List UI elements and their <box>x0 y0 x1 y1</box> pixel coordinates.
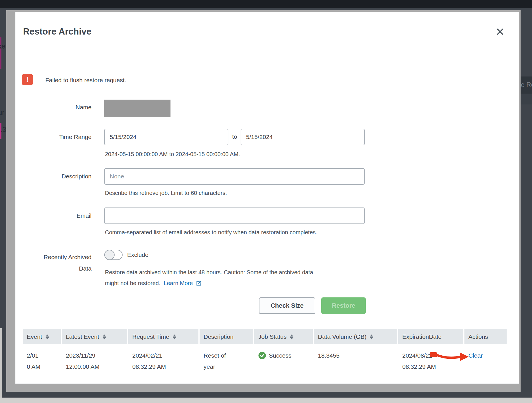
restore-button-disabled[interactable]: Restore <box>321 297 366 314</box>
column-header-expiration-date: ExpirationDate <box>398 329 463 344</box>
name-value-redacted <box>104 100 170 117</box>
description-label: Description <box>15 173 92 180</box>
column-header-event[interactable]: Event <box>23 329 61 344</box>
time-range-from-value: 5/15/2024 <box>110 134 136 140</box>
top-nav-bar <box>0 0 532 8</box>
recently-archived-label-line1: Recently Archived <box>15 251 92 263</box>
email-helper: Comma-separated list of email addresses … <box>105 227 317 238</box>
sort-icon[interactable] <box>46 335 49 339</box>
recently-archived-helper-line1: Restore data archived within the last 48… <box>105 267 313 278</box>
toggle-knob <box>104 250 115 260</box>
header-divider <box>15 53 519 53</box>
sort-icon[interactable] <box>370 335 373 339</box>
background-text-fragment: ur <box>0 108 4 116</box>
column-header-request-time[interactable]: Request Time <box>128 329 198 344</box>
name-label: Name <box>15 104 92 111</box>
screen: xe ur .3 e Re Restore Archive ! Failed t… <box>0 0 532 403</box>
background-text-fragment: xe <box>0 42 5 50</box>
toggle-state-label: Exclude <box>127 251 149 258</box>
email-input[interactable] <box>104 207 365 224</box>
column-header-data-volume[interactable]: Data Volume (GB) <box>314 329 397 344</box>
learn-more-link[interactable]: Learn More <box>164 280 193 286</box>
column-header-job-status[interactable]: Job Status <box>254 329 313 344</box>
time-range-separator: to <box>231 133 239 140</box>
column-header-actions: Actions <box>464 329 507 344</box>
annotation-arrow-icon <box>426 349 472 364</box>
time-range-from-input[interactable]: 5/15/2024 <box>104 129 228 145</box>
column-header-latest-event[interactable]: Latest Event <box>62 329 127 344</box>
column-header-description: Description <box>200 329 253 344</box>
time-range-label: Time Range <box>15 133 92 141</box>
time-range-helper: 2024-05-15 00:00:00 AM to 2024-05-15 00:… <box>105 149 240 160</box>
job-status-text: Success <box>269 350 291 361</box>
recently-archived-toggle[interactable] <box>104 250 123 260</box>
email-label: Email <box>15 212 92 219</box>
sort-icon[interactable] <box>103 335 106 339</box>
time-range-to-value: 5/15/2024 <box>246 134 273 140</box>
cell-job-status: Success <box>254 344 313 372</box>
success-check-icon <box>258 352 266 359</box>
table-header-row: Event Latest Event Request Time Descript… <box>23 329 507 344</box>
error-icon: ! <box>22 74 33 85</box>
recently-archived-helper: Restore data archived within the last 48… <box>105 267 313 289</box>
check-size-button[interactable]: Check Size <box>259 297 315 314</box>
background-text-fragment: e Re <box>521 81 532 89</box>
cell-latest-event: 2023/11/29 12:00:00 AM <box>62 344 127 372</box>
external-link-icon <box>196 280 202 286</box>
sort-icon[interactable] <box>290 335 293 339</box>
window-left-edge <box>0 328 2 398</box>
close-button[interactable] <box>495 27 506 38</box>
restore-archive-dialog: Restore Archive ! Failed to flush restor… <box>15 12 519 384</box>
close-icon <box>495 27 505 37</box>
background-band <box>520 94 532 104</box>
error-message: Failed to flush restore request. <box>45 77 126 84</box>
description-placeholder: None <box>110 173 124 180</box>
description-helper: Describe this retrieve job. Limit to 60 … <box>105 188 227 198</box>
description-input[interactable]: None <box>104 168 365 185</box>
dialog-title: Restore Archive <box>23 27 92 37</box>
recently-archived-helper-line2: might not be restored. Learn More <box>105 278 313 289</box>
time-range-to-input[interactable]: 5/15/2024 <box>241 129 365 145</box>
sort-icon[interactable] <box>173 335 176 339</box>
cell-description: Reset of year <box>200 344 253 372</box>
cell-data-volume: 18.3455 <box>314 344 397 372</box>
cell-request-time: 2024/02/21 08:32:29 AM <box>128 344 198 372</box>
recently-archived-label-line2: Data <box>15 263 92 274</box>
background-text-fragment: .3 <box>1 126 6 134</box>
page-bottom-strip <box>0 398 532 403</box>
cell-event: 2/01 0 AM <box>23 344 61 372</box>
background-button-fragment: e Re <box>520 76 532 94</box>
recently-archived-label: Recently Archived Data <box>15 251 92 274</box>
